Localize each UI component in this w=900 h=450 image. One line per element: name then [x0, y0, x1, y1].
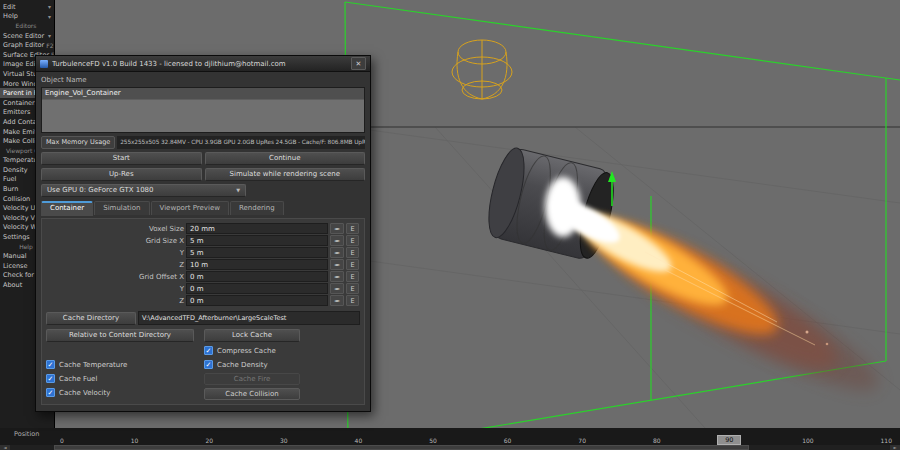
start-button[interactable]: Start — [41, 152, 202, 165]
sidebar-item-shortcut: ▾ — [48, 3, 51, 10]
sidebar-item-label: Velocity W — [3, 223, 37, 231]
sidebar-item-label: Edit — [3, 3, 16, 11]
parameter-row: Z 0 m ◄► E — [46, 295, 360, 306]
close-icon[interactable]: ✕ — [351, 57, 366, 70]
timeline-scrollbar[interactable]: ◄ ► — [0, 445, 900, 450]
envelope-button[interactable]: E — [346, 271, 359, 282]
parameter-row: Y 0 m ◄► E — [46, 283, 360, 294]
position-label: Position — [14, 430, 39, 438]
sidebar-item[interactable]: Help ▾ — [0, 12, 54, 22]
timeline-ruler[interactable]: 90 0102030405060708090100110 — [60, 436, 892, 445]
cache-toggle[interactable]: Cache Collision — [204, 388, 300, 400]
sidebar-item-label: Emitters — [3, 108, 30, 116]
scrollbar-handle[interactable] — [54, 445, 749, 450]
grid-parameters: Voxel Size 20 mm ◄► E Grid Size X 5 m ◄►… — [46, 223, 360, 306]
object-name-label: Object Name — [41, 76, 365, 84]
checkbox-icon — [204, 346, 213, 355]
parameter-value-field[interactable]: 10 m — [186, 259, 328, 270]
sidebar-item-label: Density — [3, 166, 28, 174]
cache-toggle-label: Cache Density — [217, 361, 268, 369]
mini-slider-icon[interactable]: ◄► — [330, 259, 344, 270]
window-titlebar[interactable]: TurbulenceFD v1.0 Build 1433 - licensed … — [36, 56, 370, 72]
relative-to-content-button[interactable]: Relative to Content Directory — [46, 329, 194, 342]
gpu-select-dropdown[interactable]: Use GPU 0: GeForce GTX 1080 ▼ — [41, 184, 246, 197]
continue-button[interactable]: Continue — [205, 152, 366, 165]
compress-cache-checkbox[interactable]: Compress Cache — [204, 345, 360, 356]
parameter-label: Z — [46, 297, 184, 305]
scroll-right-icon[interactable]: ► — [890, 445, 900, 450]
frame-tick: 40 — [355, 437, 363, 445]
sidebar-item-label: Graph Editor — [3, 41, 44, 49]
lock-cache-button[interactable]: Lock Cache — [204, 329, 300, 342]
tab[interactable]: Container — [41, 201, 93, 216]
envelope-button[interactable]: E — [346, 259, 359, 270]
parameter-value-field[interactable]: 0 m — [186, 295, 328, 306]
envelope-button[interactable]: E — [346, 295, 359, 306]
cache-directory-button[interactable]: Cache Directory — [46, 312, 136, 325]
checkbox-icon — [46, 388, 55, 397]
frame-tick: 100 — [802, 437, 813, 445]
sidebar-item-label: Manual — [3, 252, 27, 260]
parameter-value-field[interactable]: 5 m — [186, 235, 328, 246]
frame-tick: 10 — [131, 437, 139, 445]
tab[interactable]: Simulation — [94, 201, 149, 215]
tab-bar: ContainerSimulationViewport PreviewRende… — [41, 201, 365, 216]
cache-right-column: Cache Density Cache Fire Cache Collision — [204, 359, 360, 400]
cache-toggle[interactable]: Cache Velocity — [46, 387, 204, 398]
current-frame-handle[interactable]: 90 — [717, 435, 741, 445]
cache-toggle-label: Cache Velocity — [59, 389, 110, 397]
simulate-while-rendering-button[interactable]: Simulate while rendering scene — [205, 168, 366, 181]
parameter-value-field[interactable]: 20 mm — [186, 223, 328, 234]
cache-toggle-label: Cache Fire — [234, 375, 271, 383]
memory-usage-button[interactable]: Max Memory Usage — [41, 136, 115, 149]
cache-toggle[interactable]: Cache Fuel — [46, 373, 204, 384]
envelope-button[interactable]: E — [346, 223, 359, 234]
cache-toggle[interactable]: Cache Temperature — [46, 359, 204, 370]
upres-button[interactable]: Up-Res — [41, 168, 202, 181]
frame-tick: 0 — [60, 437, 64, 445]
sidebar-item-label: Settings — [3, 233, 30, 241]
tab[interactable]: Viewport Preview — [151, 201, 229, 215]
mini-slider-icon[interactable]: ◄► — [330, 235, 344, 246]
sidebar-item-shortcut: F2 — [46, 42, 53, 49]
scrollbar-track[interactable] — [10, 445, 890, 450]
sidebar-item[interactable]: Scene Editor ▾ — [0, 31, 54, 41]
parameter-value-field[interactable]: 0 m — [186, 271, 328, 282]
container-tab-panel: Voxel Size 20 mm ◄► E Grid Size X 5 m ◄►… — [41, 218, 365, 405]
checkbox-icon — [46, 374, 55, 383]
envelope-button[interactable]: E — [346, 247, 359, 258]
mini-slider-icon[interactable]: ◄► — [330, 295, 344, 306]
mini-slider-icon[interactable]: ◄► — [330, 283, 344, 294]
frame-tick: 110 — [881, 437, 892, 445]
cache-toggle[interactable]: Cache Density — [204, 359, 360, 370]
parameter-row: Z 10 m ◄► E — [46, 259, 360, 270]
object-list-item[interactable]: Engine_Vol_Container — [42, 88, 364, 100]
sidebar-item[interactable]: Editors — [0, 21, 54, 31]
cache-directory-path[interactable]: V:\AdvancedTFD_Afterburner\LargeScaleTes… — [138, 311, 360, 325]
mini-slider-icon[interactable]: ◄► — [330, 247, 344, 258]
envelope-button[interactable]: E — [346, 235, 359, 246]
sidebar-item[interactable]: Graph Editor F2 — [0, 40, 54, 50]
timeline-bar: Position 90 0102030405060708090100110 ◄ … — [0, 428, 900, 450]
sidebar-item-label: Burn — [3, 185, 18, 193]
parameter-value-field[interactable]: 0 m — [186, 283, 328, 294]
mini-slider-icon[interactable]: ◄► — [330, 223, 344, 234]
memory-usage-value: 255x255x505 32.84MV - CPU 3.9GB GPU 2.0G… — [117, 136, 365, 149]
parameter-label: Z — [46, 261, 184, 269]
sidebar-item-label: Collision — [3, 195, 30, 203]
app-icon — [40, 60, 48, 68]
cache-toggle[interactable]: Cache Fire — [204, 373, 300, 385]
envelope-button[interactable]: E — [346, 283, 359, 294]
sidebar-item[interactable]: Edit ▾ — [0, 2, 54, 12]
parameter-label: Y — [46, 285, 184, 293]
tab[interactable]: Rendering — [230, 201, 284, 215]
object-list[interactable]: Engine_Vol_Container — [41, 87, 365, 133]
turbulencefd-window: TurbulenceFD v1.0 Build 1433 - licensed … — [35, 55, 371, 412]
frame-tick: 30 — [280, 437, 288, 445]
mini-slider-icon[interactable]: ◄► — [330, 271, 344, 282]
scroll-left-icon[interactable]: ◄ — [0, 445, 10, 450]
parameter-value-field[interactable]: 5 m — [186, 247, 328, 258]
window-body: Object Name Engine_Vol_Container Max Mem… — [36, 72, 370, 411]
frame-tick: 20 — [205, 437, 213, 445]
parameter-row: Voxel Size 20 mm ◄► E — [46, 223, 360, 234]
